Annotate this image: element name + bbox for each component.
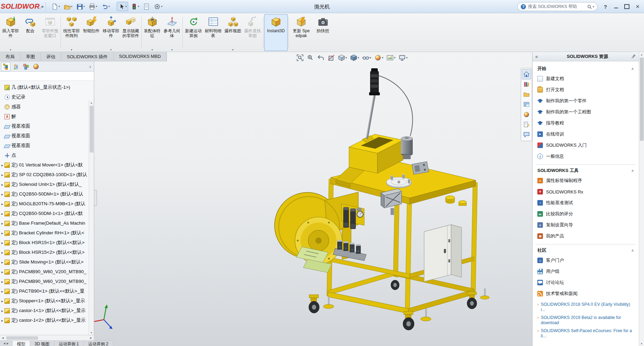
toolbar-expand-icon[interactable] xyxy=(40,2,46,11)
news-link[interactable]: SOLIDWORKS Self-Paced eCourses: Free for… xyxy=(537,328,634,339)
tree-item[interactable]: 定) castor-1<2> (默认<<默认>_显示 xyxy=(0,315,88,325)
tree-item[interactable]: 感器 xyxy=(0,102,88,112)
search-input[interactable] xyxy=(528,4,585,9)
propertymanager-tab[interactable] xyxy=(11,62,20,71)
panel-filter-row[interactable] xyxy=(0,72,94,81)
task-pane-scrollbar[interactable] xyxy=(639,52,644,346)
tab-mbd[interactable]: SOLIDWORKS MBD xyxy=(114,52,167,61)
minimize-button[interactable] xyxy=(611,2,621,11)
expand-arrow-icon[interactable] xyxy=(0,299,4,303)
tab-sketch[interactable]: 草图 xyxy=(20,52,41,61)
tab-nav-left-icon[interactable] xyxy=(3,342,5,345)
file-explorer-tab[interactable] xyxy=(522,89,531,100)
select-tool-button[interactable] xyxy=(117,2,128,11)
ribbon-button-show-hidden[interactable]: 显示隐藏的零部件 xyxy=(121,14,141,51)
tab-evaluate[interactable]: 评估 xyxy=(41,52,61,61)
tree-item[interactable]: 几 (默认<默认_显示状态-1>) xyxy=(0,83,88,92)
expand-arrow-icon[interactable] xyxy=(0,241,4,245)
tree-item[interactable]: 定) 01 Vertical Mover<1> (默认<默 xyxy=(0,160,88,170)
design-library-tab[interactable] xyxy=(522,79,531,89)
taskpane-item[interactable]: 制作我的第一个零件 xyxy=(537,95,634,106)
collapse-section-icon[interactable] xyxy=(631,248,634,253)
panel-expand-icon[interactable] xyxy=(89,63,91,69)
scrollbar-thumb[interactable] xyxy=(640,58,644,141)
tree-item[interactable]: 视基准面 xyxy=(0,131,88,141)
tab-nav-arrows[interactable] xyxy=(0,341,12,346)
scrollbar-thumb[interactable] xyxy=(6,336,38,340)
options-button[interactable] xyxy=(152,2,164,11)
rebuild-button[interactable] xyxy=(129,2,141,11)
tab-motion-study-1[interactable]: 运动算例 1 xyxy=(54,341,84,346)
ribbon-button-smart-fasteners[interactable]: 智能扣件 xyxy=(81,14,101,51)
ribbon-button-insert-component[interactable]: 插入零部件 xyxy=(1,14,20,51)
expand-arrow-icon[interactable] xyxy=(0,202,4,206)
expand-arrow-icon[interactable] xyxy=(0,231,4,235)
scroll-down-icon[interactable] xyxy=(639,341,644,346)
tree-item[interactable]: 定) PACMB90_W60_V200_MTB90_ xyxy=(0,277,88,286)
apply-scene-icon[interactable] xyxy=(386,54,395,61)
taskpane-item[interactable]: 比较我的评分 xyxy=(537,208,634,219)
taskpane-item[interactable]: 指导教程 xyxy=(537,118,634,129)
taskpane-item[interactable]: 新建文档 xyxy=(537,73,634,84)
expand-arrow-icon[interactable] xyxy=(0,260,4,264)
tree-item[interactable]: 定) Base Frame(Default_As Machin xyxy=(0,218,88,228)
tree-item[interactable]: 定) Slide Moving<1> (默认<<默认> xyxy=(0,257,88,267)
section-header-community[interactable]: 社区 xyxy=(537,246,634,255)
taskpane-item[interactable]: 我的产品 xyxy=(537,231,634,242)
scroll-up-icon[interactable] xyxy=(639,52,644,57)
featuremanager-tab[interactable] xyxy=(1,62,10,71)
expand-arrow-icon[interactable] xyxy=(0,163,4,167)
tree-item[interactable]: 定) PACMB90_W60_V200_MTB90_ xyxy=(0,267,88,277)
zoom-area-icon[interactable] xyxy=(307,54,314,61)
scroll-right-icon[interactable] xyxy=(88,336,94,340)
tree-item[interactable]: 定) MGGLB20TN-75-M9B<1> (默认 xyxy=(0,199,88,209)
ribbon-button-linear-pattern[interactable]: 线性零部件阵列 xyxy=(62,14,81,51)
edit-appearance-icon[interactable] xyxy=(374,54,383,61)
ribbon-button-update-speedpak[interactable]: 更新 Speedpak xyxy=(289,14,313,51)
taskpane-item[interactable]: SOLIDWORKS 入门 xyxy=(537,140,634,151)
section-header-start[interactable]: 开始 xyxy=(537,64,634,73)
expand-arrow-icon[interactable] xyxy=(0,309,4,313)
section-header-tools[interactable]: SOLIDWORKS 工具 xyxy=(537,166,634,175)
tree-item[interactable]: 定) Block HSR15<1> (默认<<默认> xyxy=(0,238,88,248)
collapse-section-icon[interactable] xyxy=(631,67,634,71)
taskpane-item[interactable]: 性能基准测试 xyxy=(537,197,634,208)
tree-item[interactable]: 定) Stopper<1> (默认<<默认>_显示 xyxy=(0,296,88,306)
configurationmanager-tab[interactable] xyxy=(21,62,30,71)
tree-item[interactable]: 定) Solenoid Unit<1> (默认<默认_ xyxy=(0,180,88,189)
scroll-up-icon[interactable] xyxy=(89,100,94,105)
appearances-scenes-tab[interactable] xyxy=(522,110,531,120)
tab-addins[interactable]: SOLIDWORKS 插件 xyxy=(61,52,114,61)
hide-show-items-icon[interactable] xyxy=(362,54,371,61)
ribbon-button-move-component[interactable]: 移动零部件 xyxy=(101,14,121,51)
tree-item[interactable]: 定) Block HSR15<2> (默认<<默认> xyxy=(0,248,88,257)
ribbon-button-exploded-view[interactable]: 爆炸视图 xyxy=(223,14,243,51)
ribbon-button-explode-line-sketch[interactable]: 爆炸直线草图 xyxy=(243,14,262,51)
ribbon-button-reference-geometry[interactable]: 参考几何体 xyxy=(162,14,182,51)
expand-arrow-icon[interactable] xyxy=(0,289,4,293)
ribbon-button-mate[interactable]: 配合 xyxy=(20,14,40,51)
taskpane-item[interactable]: 复制设置向导 xyxy=(537,219,634,231)
tree-item[interactable]: 定) PACTB90<1> (默认<<默认>_显 xyxy=(0,286,88,296)
search-icon[interactable] xyxy=(587,4,594,9)
undo-button[interactable] xyxy=(100,2,111,11)
tree-item[interactable]: 定) CQ2B50-50DM<1> (默认<默认 xyxy=(0,189,88,199)
pushpin-icon[interactable] xyxy=(631,54,636,60)
taskpane-item[interactable]: 客户门户 xyxy=(537,255,634,266)
tree-item[interactable]: 视基准面 xyxy=(0,121,88,131)
expand-arrow-icon[interactable] xyxy=(0,319,4,322)
print-button[interactable] xyxy=(87,2,99,11)
tab-layout[interactable]: 布局 xyxy=(0,52,20,61)
taskpane-item[interactable]: 打开文档 xyxy=(537,84,634,95)
taskpane-item[interactable]: SOLIDWORKS Rx xyxy=(537,186,634,197)
scroll-left-icon[interactable] xyxy=(0,336,6,340)
expand-arrow-icon[interactable] xyxy=(0,222,4,225)
taskpane-item[interactable]: 属性标签编制程序 xyxy=(537,175,634,186)
scrollbar-thumb[interactable] xyxy=(90,106,93,153)
help-button[interactable] xyxy=(600,2,610,11)
taskpane-item[interactable]: 一般信息 xyxy=(537,151,634,162)
tree-item[interactable]: 解 xyxy=(0,112,88,121)
ribbon-button-new-motion-study[interactable]: 新建运动算例 xyxy=(184,14,203,51)
ribbon-button-instant3d[interactable]: Instant3D xyxy=(264,14,288,51)
resources-tab[interactable] xyxy=(522,69,531,79)
